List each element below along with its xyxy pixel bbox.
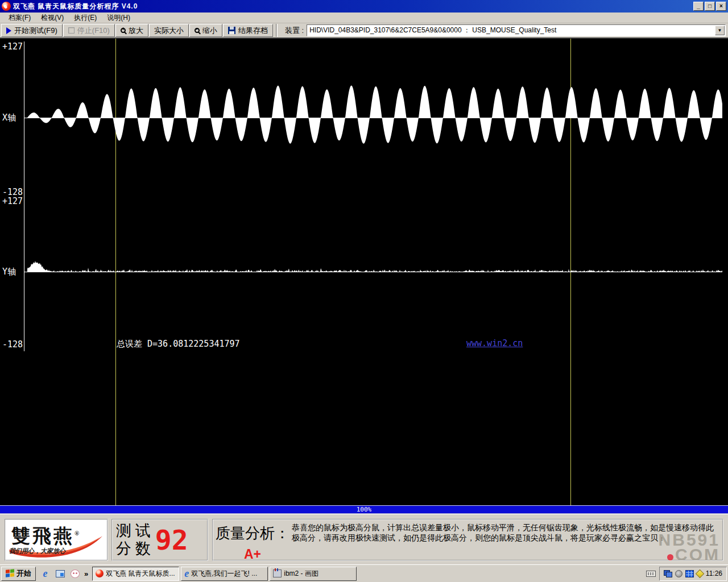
menu-file[interactable]: 档案(F) (3, 12, 36, 24)
y-axis-max-label: +127 (2, 197, 23, 206)
brand-tagline: 我们用心，大家放心 (9, 547, 65, 555)
start-button[interactable]: 开始 (1, 567, 36, 581)
start-test-button[interactable]: 开始测试(F9) (1, 24, 63, 37)
progress-bar: 100% (0, 505, 728, 514)
keyboard-language-icon[interactable] (646, 571, 656, 577)
x-axis-label: X轴 (2, 113, 16, 122)
taskbar-task-browser[interactable]: e 双飞燕,我们一起飞! ... (181, 567, 268, 581)
task-label: 双飞燕,我们一起飞! ... (191, 569, 257, 579)
win2-link[interactable]: www.win2.cn (466, 338, 523, 348)
ie-icon[interactable]: e (40, 568, 51, 579)
y-axis-label: Y轴 (2, 267, 16, 276)
floppy-disk-icon (228, 27, 235, 34)
y-axis-min-label: -128 (2, 340, 23, 349)
network-icon[interactable] (664, 570, 672, 577)
stop-button[interactable]: 停止(F10) (63, 24, 115, 37)
analysis-title: 质量分析： (216, 523, 289, 543)
brand-name: 雙飛燕 (11, 526, 75, 546)
zoom-out-button[interactable]: - 缩小 (189, 24, 222, 37)
start-label: 开始 (16, 568, 31, 579)
volume-icon[interactable] (675, 570, 682, 577)
task-label: 双飞燕 鼠青天鼠标质... (106, 569, 175, 579)
application-window: 双飞燕 鼠青天鼠标质量分析程序 V4.0 _ □ × 档案(F) 检视(V) 执… (0, 0, 728, 582)
actual-size-label: 实际大小 (154, 26, 184, 36)
diamond-utility-icon[interactable] (696, 569, 705, 578)
test-score-panel: 测 试 分 数 92 (111, 519, 208, 561)
show-desktop-icon[interactable] (55, 568, 65, 579)
brand-logo-panel: 雙飛燕® 我们用心，大家放心 (5, 519, 108, 561)
taskbar-task-paint[interactable]: ibm2 - 画图 (270, 567, 357, 581)
mouse-app-icon (96, 569, 104, 577)
stop-icon (68, 27, 75, 34)
score-value: 92 (155, 526, 188, 554)
score-label-line1: 测 试 (116, 522, 151, 540)
score-label-line2: 分 数 (116, 540, 151, 558)
quality-analysis-panel: 质量分析： A+ 恭喜您的鼠标为极高分鼠，计算出总误差量极小，鼠标移动平滑，无任… (212, 519, 723, 561)
toolbar: 开始测试(F9) 停止(F10) + 放大 实际大小 - 缩小 结果存档 装置 … (0, 23, 728, 39)
progress-value: 100% (357, 506, 372, 513)
waveform-canvas (0, 39, 728, 505)
oscilloscope-chart: +127 X轴 -128 +127 Y轴 -128 总误差 D=36.08122… (0, 39, 728, 505)
zoom-in-label: 放大 (129, 26, 143, 36)
menu-bar: 档案(F) 检视(V) 执行(E) 说明(H) (0, 13, 728, 23)
device-value: HID\VID_04B3&PID_3107\6&2C7CE5A9&0&0000 … (307, 26, 715, 35)
total-error-readout: 总误差 D=36.0812225341797 (117, 339, 240, 350)
device-combobox[interactable]: HID\VID_04B3&PID_3107\6&2C7CE5A9&0&0000 … (307, 24, 726, 36)
window-title: 双飞燕 鼠青天鼠标质量分析程序 V4.0 (13, 2, 693, 11)
task-label: ibm2 - 画图 (284, 569, 318, 579)
paint-app-icon (273, 569, 282, 577)
start-test-label: 开始测试(F9) (14, 26, 57, 36)
menu-view[interactable]: 检视(V) (36, 12, 69, 24)
quick-launch: e » (36, 568, 92, 579)
grade-badge: A+ (244, 547, 261, 562)
clock: 11:26 (706, 569, 722, 577)
app-mouse-logo-icon (2, 2, 11, 11)
save-result-label: 结果存档 (238, 26, 268, 36)
x-axis-max-label: +127 (2, 42, 23, 51)
taskbar-task-analyzer[interactable]: 双飞燕 鼠青天鼠标质... (92, 567, 179, 581)
stop-label: 停止(F10) (77, 26, 110, 36)
play-icon (6, 27, 11, 34)
site-watermark: NB591 COM (659, 533, 720, 562)
watermark-line2: COM (675, 545, 720, 564)
taskbar: 开始 e » 双飞燕 鼠青天鼠标质... e 双飞燕,我们一起飞! ... ib… (0, 564, 728, 582)
result-footer: 雙飛燕® 我们用心，大家放心 测 试 分 数 92 质量分析： A+ 恭喜您的鼠… (0, 514, 728, 564)
device-label: 装置 : (280, 26, 306, 36)
restore-button[interactable]: □ (705, 2, 715, 11)
title-bar: 双飞燕 鼠青天鼠标质量分析程序 V4.0 _ □ × (0, 0, 728, 13)
minimize-button[interactable]: _ (693, 2, 704, 11)
app-face-icon[interactable] (69, 568, 80, 579)
dropdown-arrow-icon[interactable]: ▼ (715, 26, 725, 35)
toolbar-separator (276, 24, 278, 37)
menu-help[interactable]: 说明(H) (102, 12, 135, 24)
ie-icon: e (184, 568, 189, 579)
firewall-icon[interactable] (685, 570, 694, 577)
analysis-text: 恭喜您的鼠标为极高分鼠，计算出总误差量极小，鼠标移动平滑，无任何锯齿现象，光标线… (289, 521, 720, 559)
windows-flag-icon (6, 569, 14, 578)
watermark-dot-icon (667, 554, 673, 560)
actual-size-button[interactable]: 实际大小 (149, 24, 189, 37)
menu-run[interactable]: 执行(E) (69, 12, 102, 24)
zoom-out-label: 缩小 (202, 26, 217, 36)
magnifier-plus-icon: + (121, 28, 126, 33)
magnifier-minus-icon: - (195, 28, 200, 33)
registered-mark: ® (75, 530, 79, 537)
save-result-button[interactable]: 结果存档 (223, 24, 273, 37)
system-tray: 11:26 (659, 567, 727, 581)
zoom-in-button[interactable]: + 放大 (115, 24, 148, 37)
close-button[interactable]: × (716, 2, 726, 11)
x-axis-min-label: -128 (2, 188, 23, 197)
overflow-chevron-icon[interactable]: » (84, 569, 88, 578)
